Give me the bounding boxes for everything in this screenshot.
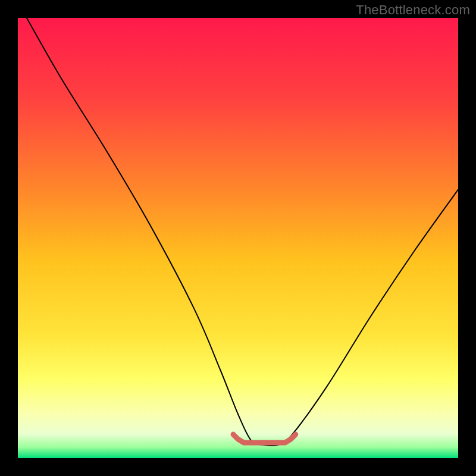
watermark-text: TheBottleneck.com — [356, 2, 470, 18]
chart-frame: TheBottleneck.com — [0, 0, 476, 476]
bottleneck-curve — [18, 18, 458, 458]
plot-area — [18, 18, 458, 458]
